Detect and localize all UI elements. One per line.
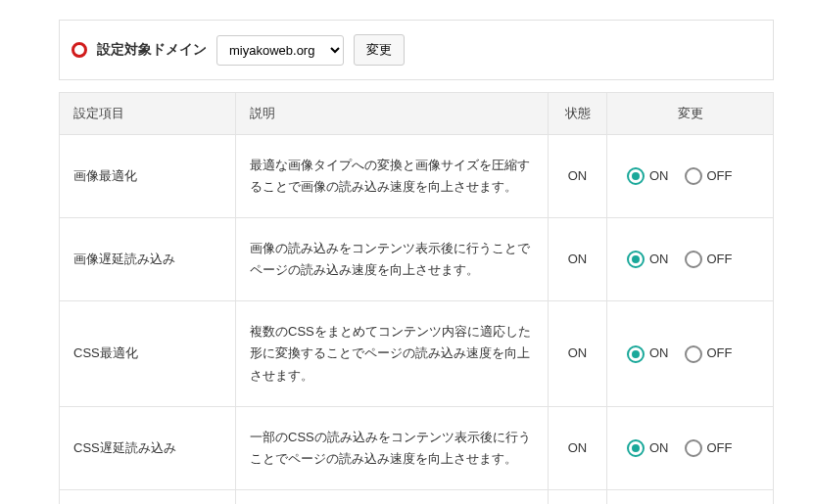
radio-off-label: OFF [707, 437, 733, 459]
table-row: JavaScript最適化複数のJavaScriptをまとめてコンテンツ内容に適… [60, 489, 774, 504]
cell-status: ON [549, 301, 607, 406]
radio-on[interactable]: ON [627, 249, 669, 270]
cell-change: ONOFF [607, 406, 774, 489]
radio-off-label: OFF [707, 249, 733, 270]
radio-group: ONOFF [627, 343, 759, 364]
cell-description: 一部のCSSの読み込みをコンテンツ表示後に行うことでページの読み込み速度を向上さ… [236, 406, 549, 489]
cell-change: ONOFF [607, 301, 774, 406]
radio-off[interactable]: OFF [685, 249, 733, 270]
cell-status: ON [549, 218, 607, 301]
domain-selector-bar: 設定対象ドメイン miyakoweb.org 変更 [59, 20, 774, 80]
domain-label: 設定対象ドメイン [97, 41, 207, 59]
cell-change: ONOFF [607, 489, 774, 504]
radio-circle-icon [685, 167, 702, 185]
radio-circle-icon [685, 345, 702, 363]
radio-off[interactable]: OFF [685, 165, 733, 187]
cell-description: 最適な画像タイプへの変換と画像サイズを圧縮することで画像の読み込み速度を向上させ… [236, 135, 549, 218]
cell-status: ON [549, 406, 607, 489]
radio-on-label: ON [649, 249, 669, 270]
cell-change: ONOFF [607, 218, 774, 301]
cell-status: ON [549, 489, 607, 504]
radio-on-label: ON [649, 165, 669, 187]
domain-change-button[interactable]: 変更 [354, 34, 405, 66]
cell-item: 画像遅延読み込み [60, 218, 236, 301]
cell-description: 複数のCSSをまとめてコンテンツ内容に適応した形に変換することでページの読み込み… [236, 301, 549, 406]
header-change: 変更 [607, 93, 774, 135]
table-row: CSS遅延読み込み一部のCSSの読み込みをコンテンツ表示後に行うことでページの読… [60, 406, 774, 489]
header-status: 状態 [549, 93, 607, 135]
header-item: 設定項目 [60, 93, 236, 135]
cell-item: CSS遅延読み込み [60, 406, 236, 489]
radio-circle-icon [685, 251, 702, 268]
radio-off-label: OFF [707, 165, 733, 187]
radio-group: ONOFF [627, 437, 759, 459]
radio-circle-icon [627, 345, 645, 363]
radio-circle-icon [627, 167, 645, 185]
radio-off[interactable]: OFF [685, 343, 733, 364]
cell-item: JavaScript最適化 [60, 489, 236, 504]
cell-change: ONOFF [607, 135, 774, 218]
radio-on-label: ON [649, 437, 669, 459]
radio-group: ONOFF [627, 249, 759, 270]
radio-on-label: ON [649, 343, 669, 364]
cell-item: CSS最適化 [60, 301, 236, 406]
cell-description: 画像の読み込みをコンテンツ表示後に行うことでページの読み込み速度を向上させます。 [236, 218, 549, 301]
table-row: 画像最適化最適な画像タイプへの変換と画像サイズを圧縮することで画像の読み込み速度… [60, 135, 774, 218]
radio-on[interactable]: ON [627, 343, 669, 364]
domain-select[interactable]: miyakoweb.org [216, 35, 344, 66]
cell-status: ON [549, 135, 607, 218]
radio-circle-icon [685, 439, 702, 457]
radio-circle-icon [627, 251, 645, 268]
settings-table: 設定項目 説明 状態 変更 画像最適化最適な画像タイプへの変換と画像サイズを圧縮… [59, 92, 774, 504]
radio-circle-icon [627, 439, 645, 457]
target-icon [72, 42, 87, 58]
header-description: 説明 [236, 93, 549, 135]
table-row: 画像遅延読み込み画像の読み込みをコンテンツ表示後に行うことでページの読み込み速度… [60, 218, 774, 301]
radio-off-label: OFF [707, 343, 733, 364]
cell-description: 複数のJavaScriptをまとめてコンテンツ内容に適応した形に変換することでペ… [236, 489, 549, 504]
radio-on[interactable]: ON [627, 165, 669, 187]
cell-item: 画像最適化 [60, 135, 236, 218]
radio-on[interactable]: ON [627, 437, 669, 459]
radio-group: ONOFF [627, 165, 759, 187]
table-row: CSS最適化複数のCSSをまとめてコンテンツ内容に適応した形に変換することでペー… [60, 301, 774, 406]
radio-off[interactable]: OFF [685, 437, 733, 459]
